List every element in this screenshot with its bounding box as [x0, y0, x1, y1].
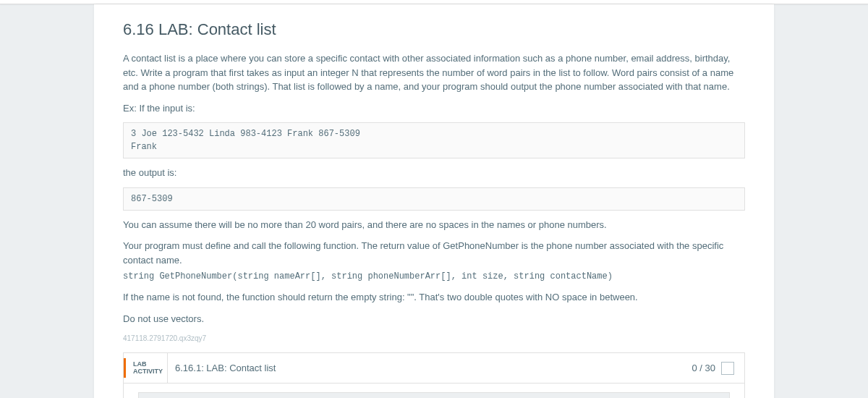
- page-title: 6.16 LAB: Contact list: [123, 17, 745, 41]
- not-found-text: If the name is not found, the function s…: [123, 290, 745, 305]
- example-input-label: Ex: If the input is:: [123, 101, 745, 116]
- example-input-block: 3 Joe 123-5432 Linda 983-4123 Frank 867-…: [123, 122, 745, 158]
- editor-zone: main.cpp Load default template... 1#incl…: [124, 384, 744, 398]
- assumption-text: You can assume there will be no more tha…: [123, 218, 745, 232]
- example-output-label: the output is:: [123, 166, 745, 180]
- activity-header: LAB ACTIVITY 6.16.1: LAB: Contact list 0…: [124, 353, 744, 384]
- content-card: 6.16 LAB: Contact list A contact list is…: [94, 4, 774, 398]
- no-vectors-text: Do not use vectors.: [123, 312, 745, 326]
- lab-activity-panel: LAB ACTIVITY 6.16.1: LAB: Contact list 0…: [123, 352, 745, 398]
- function-signature-code: string GetPhoneNumber(string nameArr[], …: [123, 271, 613, 281]
- score-indicator-box[interactable]: [721, 362, 734, 375]
- activity-badge: LAB ACTIVITY: [124, 358, 167, 378]
- badge-line-2: ACTIVITY: [133, 368, 160, 376]
- editor-topbar: main.cpp Load default template...: [138, 392, 730, 398]
- function-intro: Your program must define and call the fo…: [123, 239, 745, 267]
- activity-title: 6.16.1: LAB: Contact list: [167, 353, 692, 383]
- activity-score: 0 / 30: [692, 361, 715, 376]
- example-output-block: 867-5309: [123, 187, 745, 211]
- intro-paragraph: A contact list is a place where you can …: [123, 51, 745, 94]
- internal-id: 417118.2791720.qx3zqy7: [123, 333, 745, 344]
- function-signature: string GetPhoneNumber(string nameArr[], …: [123, 268, 745, 283]
